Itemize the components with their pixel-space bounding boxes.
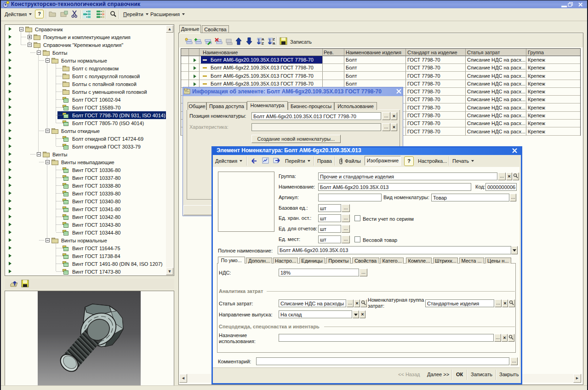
svg-text:Z: Z — [273, 37, 275, 41]
svg-text:A: A — [262, 37, 264, 41]
svg-text:Z: Z — [262, 41, 264, 46]
svg-text:A: A — [273, 41, 275, 46]
